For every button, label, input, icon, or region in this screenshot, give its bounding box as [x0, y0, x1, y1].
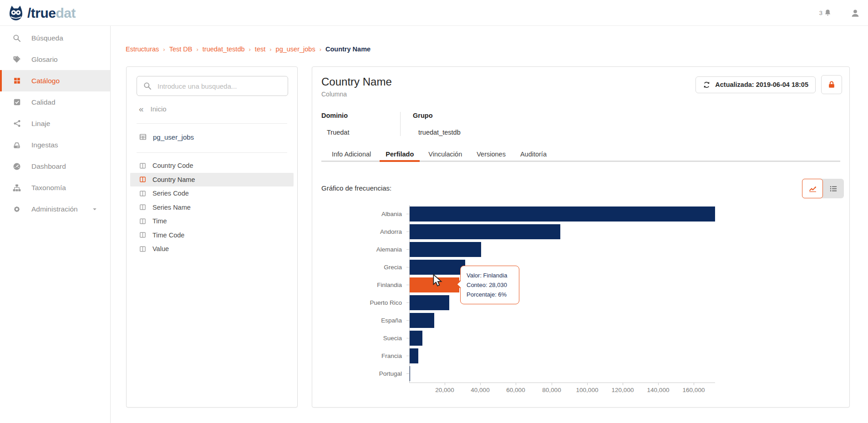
- column-item-country-name[interactable]: Country Name: [130, 173, 294, 187]
- truedat-logo[interactable]: /truedat: [6, 3, 76, 23]
- breadcrumb-link[interactable]: Test DB: [169, 45, 193, 53]
- column-item-value[interactable]: Value: [130, 242, 294, 256]
- column-icon: [139, 245, 147, 253]
- tooltip-line: Porcentaje: 6%: [467, 290, 513, 299]
- user-menu-button[interactable]: [850, 8, 860, 18]
- column-item-series-code[interactable]: Series Code: [130, 186, 294, 201]
- sidebar-item-label: Taxonomía: [31, 184, 66, 192]
- sidebar-item-label: Linaje: [31, 120, 50, 128]
- logo-text-primary: /true: [27, 5, 56, 20]
- breadcrumb-link[interactable]: Estructuras: [126, 45, 159, 53]
- chart-category-label: Grecia: [312, 258, 402, 276]
- sidebar-item-linaje[interactable]: Linaje: [0, 113, 110, 134]
- chart-category-label: Puerto Rico: [312, 294, 402, 312]
- drive-icon: [12, 141, 21, 150]
- search-icon: [12, 34, 21, 43]
- sidebar-item-label: Catálogo: [31, 77, 60, 85]
- chevron-double-left-icon: «: [139, 105, 144, 113]
- explorer-search-box: [137, 76, 288, 96]
- column-item-time-code[interactable]: Time Code: [130, 228, 294, 242]
- logo-text-secondary: dat: [56, 5, 76, 20]
- bar-andorra[interactable]: [409, 224, 560, 239]
- explorer-table-pg-user-jobs[interactable]: pg_user_jobs: [139, 131, 194, 143]
- column-item-label: Time Code: [152, 232, 184, 239]
- chart-category-label: Andorra: [312, 223, 402, 241]
- bar-grecia[interactable]: [409, 260, 465, 275]
- x-axis-tick: [552, 383, 552, 385]
- x-axis-tick-label: 40,000: [460, 387, 501, 393]
- sidebar-item-catalogo[interactable]: Catálogo: [0, 70, 110, 91]
- breadcrumb-link[interactable]: pg_user_jobs: [276, 45, 315, 53]
- notifications-button[interactable]: 3: [819, 9, 832, 17]
- breadcrumb-link[interactable]: test: [255, 45, 265, 53]
- chart-category-label: Alemania: [312, 241, 402, 258]
- column-icon: [139, 176, 147, 183]
- x-axis-line: [409, 383, 715, 383]
- topbar-actions: 3: [819, 0, 860, 26]
- owl-logo-icon: [6, 3, 25, 23]
- notification-count: 3: [819, 10, 822, 16]
- sidebar-item-label: Administración: [31, 205, 78, 213]
- breadcrumb-link[interactable]: truedat_testdb: [203, 45, 245, 53]
- bell-icon: [823, 9, 832, 17]
- search-icon: [143, 81, 152, 91]
- chart-category-label: Suecia: [312, 329, 402, 347]
- tags-icon: [12, 55, 21, 64]
- explorer-table-label: pg_user_jobs: [153, 133, 194, 141]
- column-icon: [139, 162, 147, 170]
- bar-francia[interactable]: [409, 348, 418, 363]
- bar-suecia[interactable]: [409, 331, 422, 346]
- top-header: /truedat 3: [0, 0, 868, 26]
- breadcrumb-current: Country Name: [325, 45, 371, 53]
- sitemap-icon: [12, 183, 21, 192]
- x-axis-tick-label: 20,000: [424, 387, 465, 393]
- explorer-search-input[interactable]: [157, 82, 282, 91]
- x-axis-tick: [658, 383, 659, 385]
- sidebar-item-dashboard[interactable]: Dashboard: [0, 156, 110, 177]
- sidebar-item-ingestas[interactable]: Ingestas: [0, 134, 110, 156]
- x-axis-tick: [480, 383, 481, 385]
- chart-category-label: Finlandia: [312, 276, 402, 294]
- divider: [137, 152, 287, 153]
- bar-finlandia[interactable]: [409, 277, 459, 292]
- sidebar-item-label: Ingestas: [31, 141, 58, 149]
- sidebar-item-label: Búsqueda: [31, 34, 63, 42]
- y-axis-line: [409, 205, 410, 383]
- column-item-series-name[interactable]: Series Name: [130, 201, 294, 215]
- sidebar-item-administracion[interactable]: Administración: [0, 198, 110, 220]
- column-item-label: Country Code: [152, 162, 193, 169]
- breadcrumb-separator: ›: [163, 46, 165, 53]
- gauge-icon: [12, 162, 21, 171]
- gear-icon: [12, 205, 21, 214]
- column-icon: [139, 190, 147, 197]
- bar-espana[interactable]: [409, 313, 434, 328]
- breadcrumb: Estructuras›Test DB›truedat_testdb›test›…: [126, 45, 371, 53]
- column-item-time[interactable]: Time: [130, 214, 294, 228]
- sidebar-item-label: Dashboard: [31, 162, 66, 171]
- sidebar-item-calidad[interactable]: Calidad: [0, 91, 110, 113]
- table-icon: [139, 133, 147, 141]
- bar-puerto-rico[interactable]: [409, 295, 449, 310]
- divider: [137, 123, 287, 124]
- bar-alemania[interactable]: [409, 242, 481, 257]
- breadcrumb-separator: ›: [320, 46, 321, 53]
- explorer-column-list: Country CodeCountry NameSeries CodeSerie…: [130, 159, 294, 256]
- x-axis-tick: [587, 383, 588, 385]
- breadcrumb-separator: ›: [269, 46, 271, 53]
- column-item-label: Time: [152, 217, 167, 225]
- tooltip-line: Conteo: 28,030: [467, 280, 513, 290]
- sidebar-item-taxonomia[interactable]: Taxonomía: [0, 177, 110, 198]
- x-axis-tick: [623, 383, 623, 385]
- bar-albania[interactable]: [409, 206, 715, 222]
- breadcrumb-separator: ›: [196, 46, 198, 53]
- x-axis-tick-label: 100,000: [567, 387, 608, 393]
- x-axis-tick-label: 160,000: [673, 387, 714, 393]
- breadcrumb-separator: ›: [249, 46, 251, 53]
- column-item-label: Series Code: [152, 190, 189, 197]
- sidebar-item-glosario[interactable]: Glosario: [0, 49, 110, 70]
- explorer-back-home[interactable]: « Inicio: [139, 103, 167, 114]
- x-axis-tick-label: 80,000: [531, 387, 572, 393]
- sidebar-item-busqueda[interactable]: Búsqueda: [0, 27, 110, 49]
- column-item-country-code[interactable]: Country Code: [130, 159, 294, 173]
- logo-text: /truedat: [27, 4, 76, 23]
